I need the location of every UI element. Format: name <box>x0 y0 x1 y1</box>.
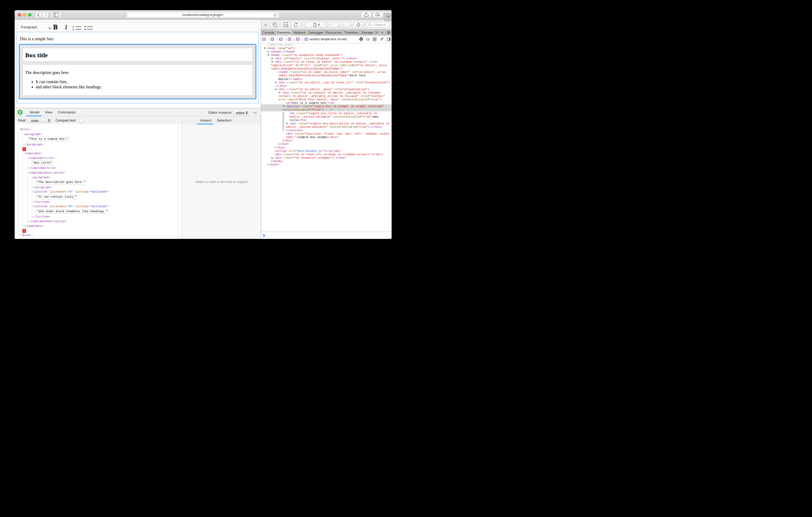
svg-text:1: 1 <box>72 25 74 28</box>
svg-text:2: 2 <box>72 28 74 30</box>
svg-text:5: 5 <box>22 110 23 112</box>
